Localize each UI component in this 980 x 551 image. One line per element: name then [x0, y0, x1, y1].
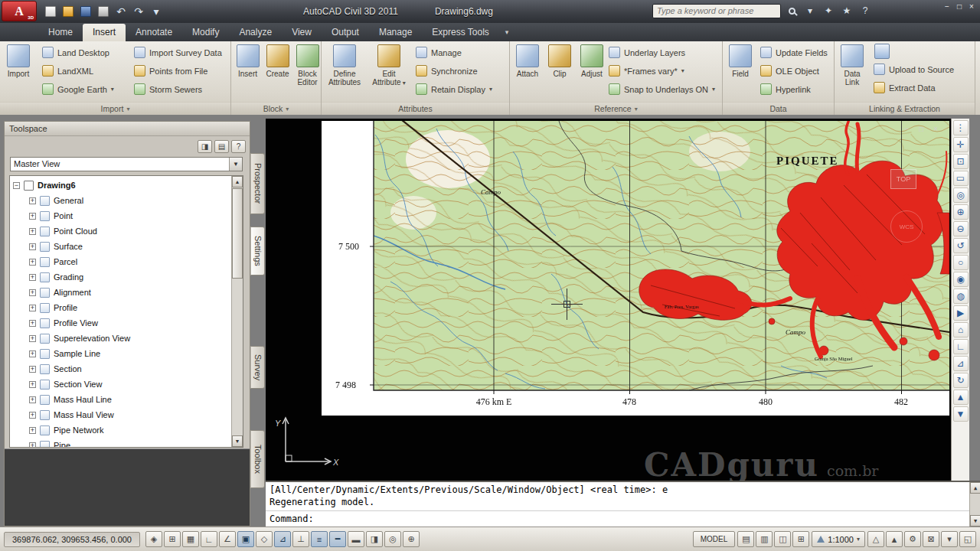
toggle-annotation-monitor[interactable]: ⊕ [403, 531, 420, 547]
window-minimize-button[interactable]: − [942, 2, 952, 11]
tree-scrollbar[interactable]: ▲ ▼ [231, 176, 243, 447]
toggle-snap[interactable]: ⊞ [164, 531, 181, 547]
ribbon-button-data-link[interactable]: Data Link [836, 43, 868, 86]
ribbon-item-underlay-layers[interactable]: Underlay Layers [606, 44, 717, 60]
ribbon-tab-manage[interactable]: Manage [369, 24, 422, 41]
ribbon-button-edit-attribute[interactable]: Edit Attribute ▾ [368, 43, 410, 87]
ribbon-tab-output[interactable]: Output [322, 24, 369, 41]
zoom-in-tool[interactable]: ⊕ [953, 204, 969, 220]
expand-icon[interactable]: + [29, 412, 36, 419]
ucs-toggle-tool[interactable]: ∟ [953, 339, 969, 354]
qat-new-button[interactable] [42, 3, 59, 20]
panel-footer-data[interactable]: Data [723, 102, 834, 115]
ribbon-button-create[interactable]: Create [263, 43, 292, 86]
expand-icon[interactable]: + [29, 197, 36, 204]
tree-item-alignment[interactable]: +Alignment [13, 285, 231, 300]
tree-item-point-cloud[interactable]: +Point Cloud [13, 223, 231, 239]
toolspace-tab-prospector[interactable]: Prospector [250, 153, 265, 214]
search-input[interactable] [652, 4, 781, 18]
workspace-switching-button[interactable]: ⚙ [904, 531, 921, 547]
tree-item-superelevation-view[interactable]: +Superelevation View [13, 331, 231, 346]
expand-icon[interactable]: + [29, 305, 36, 311]
expand-icon[interactable]: + [29, 320, 36, 327]
qat-open-button[interactable] [60, 3, 77, 20]
qat-customize-caret[interactable]: ▾ [148, 3, 165, 20]
ribbon-tab-modify[interactable]: Modify [182, 24, 229, 41]
show-motion-tool[interactable]: ▶ [953, 305, 969, 321]
quick-view-layouts-button[interactable]: ◫ [774, 531, 791, 547]
communication-center-button[interactable]: ✦ [821, 3, 836, 18]
zoom-extents-tool[interactable]: ⊡ [953, 154, 969, 169]
ribbon-button-adjust[interactable]: Adjust [577, 43, 607, 78]
autoscale-button[interactable]: ▲ [886, 531, 903, 547]
qat-undo-button[interactable]: ↶ [113, 3, 129, 20]
ribbon-tab-analyze[interactable]: Analyze [229, 24, 282, 41]
tree-item-mass-haul-view[interactable]: +Mass Haul View [13, 407, 231, 422]
scroll-down-arrow[interactable]: ▼ [970, 515, 980, 527]
search-caret[interactable]: ▾ [802, 3, 818, 18]
window-restore-button[interactable]: □ [954, 2, 965, 11]
ribbon-tab-home[interactable]: Home [38, 24, 83, 41]
ribbon-item-points-from-file[interactable]: Points from File [132, 63, 224, 79]
scrollbar-thumb[interactable] [232, 188, 243, 279]
ribbon-item-synchronize[interactable]: Synchronize [413, 63, 495, 79]
toolbar-lock-button[interactable]: ⊠ [923, 531, 939, 547]
orbit-tool[interactable]: ○ [953, 255, 969, 270]
panel-footer-block[interactable]: Block ▾ [231, 102, 321, 115]
steering-wheel-tool[interactable]: ◍ [953, 289, 969, 304]
qat-redo-button[interactable]: ↷ [130, 3, 147, 20]
viewcube[interactable]: TOP [890, 169, 916, 189]
toggle-osnap[interactable]: ▣ [237, 531, 254, 547]
zoom-realtime-tool[interactable]: ◎ [953, 187, 969, 203]
ribbon-item-ole-object[interactable]: OLE Object [758, 63, 830, 79]
search-go-button[interactable] [784, 3, 799, 18]
help-button[interactable]: ? [858, 3, 873, 18]
ribbon-item-update-fields[interactable]: Update Fields [758, 44, 830, 60]
scroll-up-arrow[interactable]: ▲ [232, 176, 243, 187]
tree-item-drawing6[interactable]: −Drawing6 [13, 178, 231, 193]
ribbon-item-snap-to-underlays-on[interactable]: Snap to Underlays ON▾ [606, 81, 717, 97]
toggle-quick-properties[interactable]: ◨ [366, 531, 383, 547]
tree-item-mass-haul-line[interactable]: +Mass Haul Line [13, 392, 231, 407]
scroll-up-button[interactable]: ▲ [953, 390, 969, 405]
tree-item-general[interactable]: +General [13, 193, 231, 208]
ribbon-tab-view[interactable]: View [282, 24, 322, 41]
window-close-button[interactable]: × [966, 2, 977, 11]
scroll-down-arrow[interactable]: ▼ [232, 435, 243, 447]
toolspace-tab-toolbox[interactable]: Toolbox [250, 430, 265, 488]
ribbon-button-attach[interactable]: Attach [512, 43, 543, 78]
tree-item-sample-line[interactable]: +Sample Line [13, 346, 231, 361]
coordinate-readout[interactable]: 369876.062, 309653.456, 0.000 [4, 532, 140, 547]
ribbon-button-import[interactable]: Import [2, 43, 35, 78]
tree-item-profile-view[interactable]: +Profile View [13, 315, 231, 331]
toggle-dyn[interactable]: ≡ [311, 531, 328, 547]
expand-icon[interactable]: + [29, 442, 36, 448]
ribbon-button-clip[interactable]: Clip [544, 43, 575, 78]
tree-item-parcel[interactable]: +Parcel [13, 254, 231, 269]
collapse-icon[interactable]: − [13, 182, 20, 189]
ribbon-minimize-caret[interactable]: ▾ [499, 24, 515, 41]
drawing-close-button[interactable]: × [931, 125, 940, 133]
toolspace-properties-button[interactable]: ▤ [214, 140, 229, 153]
ribbon-item-frames-vary[interactable]: *Frames vary*▾ [606, 63, 717, 79]
panel-footer-attributes[interactable]: Attributes [322, 102, 509, 115]
expand-icon[interactable]: + [29, 228, 36, 235]
toggle-transparency[interactable]: ▬ [348, 531, 364, 547]
drawing-minimize-button[interactable]: − [902, 125, 911, 133]
expand-icon[interactable]: + [29, 213, 36, 220]
toggle-ortho[interactable]: ∟ [201, 531, 217, 547]
expand-icon[interactable]: + [29, 274, 36, 281]
toggle-3d-osnap[interactable]: ◇ [256, 531, 273, 547]
ribbon-tab-annotate[interactable]: Annotate [126, 24, 182, 41]
tree-item-pipe[interactable]: +Pipe [13, 438, 231, 447]
qat-save-button[interactable] [77, 3, 94, 20]
view-selector-dropdown[interactable]: Master View ▼ [10, 157, 243, 171]
expand-icon[interactable]: + [29, 335, 36, 342]
ribbon-button-field[interactable]: Field [726, 43, 755, 78]
ribbon-item-storm-sewers[interactable]: Storm Sewers [132, 81, 224, 97]
expand-icon[interactable]: + [29, 396, 36, 403]
pan-tool[interactable]: ✛ [953, 137, 969, 152]
tree-item-section-view[interactable]: +Section View [13, 377, 231, 392]
panel-footer-linking[interactable]: Linking & Extraction [835, 102, 975, 115]
panel-footer-import[interactable]: Import ▾ [0, 102, 230, 115]
